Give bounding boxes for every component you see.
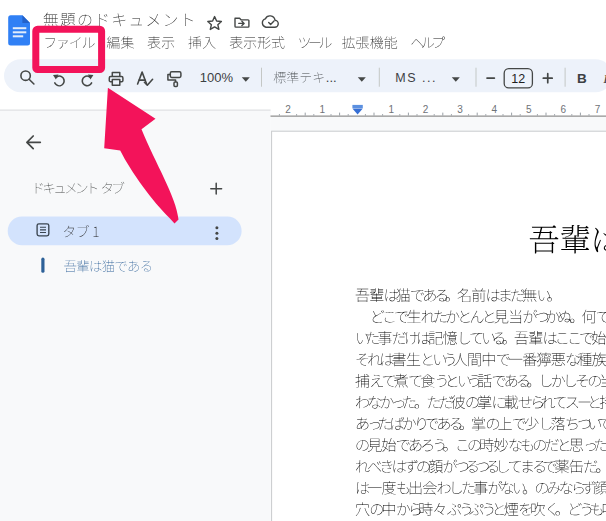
svg-text:I: I xyxy=(602,71,606,86)
svg-text:5: 5 xyxy=(526,104,532,115)
svg-text:2: 2 xyxy=(285,104,291,115)
svg-text:4: 4 xyxy=(492,104,498,115)
svg-text:3: 3 xyxy=(457,104,463,115)
svg-text:2: 2 xyxy=(423,104,429,115)
svg-text:1: 1 xyxy=(388,104,394,115)
svg-text:6: 6 xyxy=(560,104,566,115)
svg-text:7: 7 xyxy=(595,104,601,115)
svg-text:MS ...: MS ... xyxy=(395,71,437,85)
svg-text:12: 12 xyxy=(511,72,525,86)
svg-text:...: ... xyxy=(326,70,337,85)
svg-text:B: B xyxy=(577,71,587,86)
svg-text:100%: 100% xyxy=(200,70,234,85)
svg-text:1: 1 xyxy=(320,104,326,115)
